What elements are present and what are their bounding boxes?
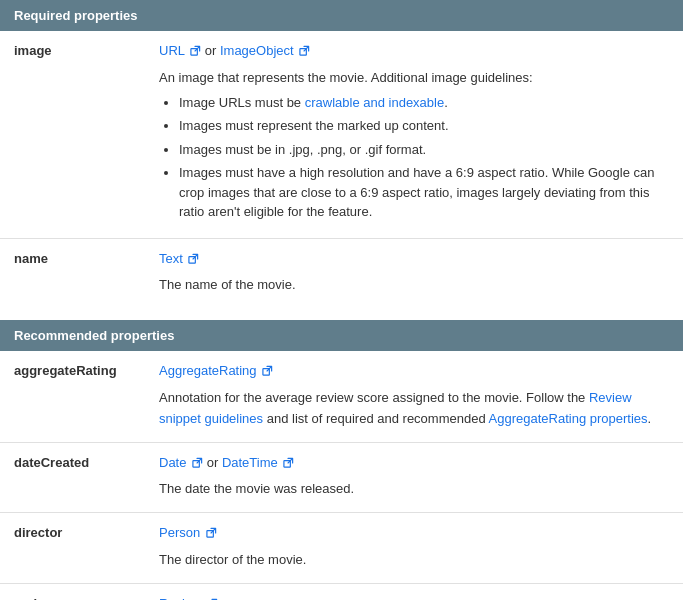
recommended-properties-section: Recommended properties aggregateRating A… xyxy=(0,320,683,600)
table-row: review Review A nested Review of the mov… xyxy=(0,583,683,600)
prop-name-review: review xyxy=(0,583,145,600)
prop-detail-datecreated: Date or DateTime xyxy=(145,442,683,513)
or-separator-2: or xyxy=(207,455,222,470)
prop-name-name: name xyxy=(0,238,145,308)
director-description: The director of the movie. xyxy=(159,550,669,571)
name-description: The name of the movie. xyxy=(159,275,669,296)
section-gap xyxy=(0,308,683,320)
table-row: director Person The director of the movi… xyxy=(0,513,683,584)
list-item: Image URLs must be crawlable and indexab… xyxy=(179,93,669,113)
external-link-icon-2 xyxy=(299,45,310,56)
list-item: Images must represent the marked up cont… xyxy=(179,116,669,136)
crawlable-link[interactable]: crawlable and indexable xyxy=(305,95,444,110)
prop-type-director: Person xyxy=(159,523,669,544)
aggregaterating-link[interactable]: AggregateRating xyxy=(159,363,273,378)
image-description: An image that represents the movie. Addi… xyxy=(159,68,669,89)
prop-detail-name: Text The name of the movie. xyxy=(145,238,683,308)
prop-type-review: Review xyxy=(159,594,669,600)
review-link[interactable]: Review xyxy=(159,596,218,600)
table-row: image URL or ImageObject xyxy=(0,31,683,238)
person-link[interactable]: Person xyxy=(159,525,217,540)
prop-detail-review: Review A nested Review of the movie. Fol… xyxy=(145,583,683,600)
external-link-icon-7 xyxy=(206,527,217,538)
table-row: dateCreated Date or DateTime xyxy=(0,442,683,513)
url-link[interactable]: URL xyxy=(159,43,205,58)
required-properties-section: Required properties image URL o xyxy=(0,0,683,308)
external-link-icon-6 xyxy=(283,457,294,468)
recommended-properties-table: aggregateRating AggregateRating Annotati… xyxy=(0,351,683,600)
external-link-icon-5 xyxy=(192,457,203,468)
datecreated-description: The date the movie was released. xyxy=(159,479,669,500)
external-link-icon-4 xyxy=(262,365,273,376)
table-row: aggregateRating AggregateRating Annotati… xyxy=(0,351,683,442)
date-link[interactable]: Date xyxy=(159,455,207,470)
list-item: Images must be in .jpg, .png, or .gif fo… xyxy=(179,140,669,160)
prop-type-image: URL or ImageObject xyxy=(159,41,669,62)
list-item: Images must have a high resolution and h… xyxy=(179,163,669,222)
external-link-icon xyxy=(190,45,201,56)
prop-detail-director: Person The director of the movie. xyxy=(145,513,683,584)
prop-name-datecreated: dateCreated xyxy=(0,442,145,513)
prop-name-image: image xyxy=(0,31,145,238)
prop-type-aggregaterating: AggregateRating xyxy=(159,361,669,382)
image-bullets: Image URLs must be crawlable and indexab… xyxy=(159,93,669,222)
recommended-section-header: Recommended properties xyxy=(0,320,683,351)
required-properties-table: image URL or ImageObject xyxy=(0,31,683,308)
text-link[interactable]: Text xyxy=(159,251,199,266)
prop-detail-image: URL or ImageObject xyxy=(145,31,683,238)
or-separator: or xyxy=(205,43,220,58)
prop-name-director: director xyxy=(0,513,145,584)
imageobject-link[interactable]: ImageObject xyxy=(220,43,310,58)
datetime-link[interactable]: DateTime xyxy=(222,455,294,470)
prop-type-name: Text xyxy=(159,249,669,270)
prop-detail-aggregaterating: AggregateRating Annotation for the avera… xyxy=(145,351,683,442)
required-section-header: Required properties xyxy=(0,0,683,31)
external-link-icon-3 xyxy=(188,253,199,264)
prop-name-aggregaterating: aggregateRating xyxy=(0,351,145,442)
aggregaterating-description: Annotation for the average review score … xyxy=(159,388,669,430)
aggregaterating-properties-link[interactable]: AggregateRating properties xyxy=(489,411,648,426)
prop-type-datecreated: Date or DateTime xyxy=(159,453,669,474)
table-row: name Text The name of the movie. xyxy=(0,238,683,308)
